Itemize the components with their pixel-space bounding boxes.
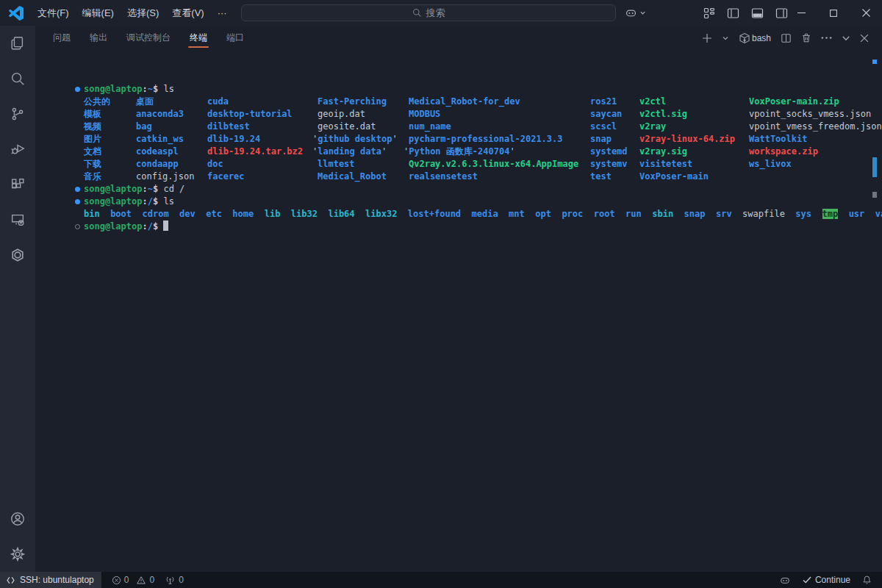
terminal-text — [280, 209, 290, 219]
file-entry: etc — [206, 209, 222, 219]
explorer-icon[interactable] — [0, 26, 35, 61]
file-entry: libx32 — [365, 209, 397, 219]
file-entry: num_name — [409, 121, 451, 133]
continue-button[interactable]: Continue — [803, 575, 850, 585]
file-entry: 公共的 — [84, 96, 110, 108]
command-center-search[interactable]: 搜索 — [241, 4, 616, 21]
file-entry: systemd — [590, 146, 628, 158]
terminal-text: geosite.dat — [318, 121, 376, 132]
panel-chevron-down-icon[interactable] — [842, 34, 850, 43]
menu-item-3[interactable]: 查看(V) — [165, 4, 210, 23]
remote-explorer-icon[interactable] — [0, 202, 35, 237]
panel-tab[interactable]: 端口 — [222, 26, 248, 49]
copilot-icon — [625, 7, 637, 19]
file-entry: dlib-19.24.tar.bz2 — [207, 146, 303, 158]
continue-label: Continue — [815, 575, 850, 585]
remote-icon — [6, 576, 15, 585]
maximize-button[interactable] — [817, 0, 850, 26]
bash-terminal-instance[interactable]: bash — [739, 32, 771, 44]
file-entry: cdrom — [143, 209, 169, 219]
ports-status[interactable]: 0 — [165, 575, 184, 585]
terminal-text — [169, 209, 179, 219]
notifications-bell-icon[interactable] — [862, 575, 872, 585]
more-actions-icon[interactable] — [821, 36, 832, 40]
file-entry: proc — [562, 209, 583, 219]
search-icon[interactable] — [0, 61, 35, 96]
remote-indicator[interactable]: SSH: ubuntulaptop — [0, 572, 101, 588]
copilot-menu[interactable] — [625, 4, 646, 21]
close-button[interactable] — [850, 0, 882, 26]
command-decoration[interactable] — [75, 224, 80, 229]
toggle-panel-icon[interactable] — [751, 7, 764, 19]
panel-tab[interactable]: 输出 — [85, 26, 112, 49]
terminal-text: saycan — [590, 109, 622, 119]
source-control-icon[interactable] — [0, 96, 35, 132]
terminal-text — [355, 209, 365, 219]
terminal-text — [461, 209, 471, 219]
file-entry: Medical_Robot — [318, 171, 387, 183]
terminal-text: systemv — [590, 159, 628, 169]
terminal-line: 视频bagdilbtestgeosite.datnum_namescsclv2r… — [84, 121, 878, 133]
terminal-content[interactable]: song@laptop:~$ ls公共的桌面cudaFast-PerchingM… — [84, 83, 878, 233]
file-entry: dilbtest — [207, 121, 250, 133]
terminal-text — [785, 209, 795, 219]
close-panel-icon[interactable] — [860, 34, 869, 43]
menu-item-0[interactable]: 文件(F) — [31, 4, 76, 23]
panel-tab[interactable]: 调试控制台 — [122, 26, 175, 49]
kill-terminal-trash-icon[interactable] — [801, 32, 811, 43]
hexagon-extension-icon[interactable] — [0, 237, 35, 273]
problems-status[interactable]: 0 0 — [112, 575, 154, 585]
terminal-line: 图片catkin_wsdlib-19.24'github desktop'pyc… — [84, 133, 878, 146]
terminal-text — [132, 209, 142, 219]
terminal-text — [615, 209, 625, 219]
minimize-button[interactable] — [785, 0, 817, 26]
file-entry: lib32 — [291, 209, 318, 219]
terminal-text: catkin_ws — [136, 134, 184, 144]
terminal-text: / — [148, 196, 153, 207]
file-entry: 音乐 — [84, 171, 101, 183]
menu-item-4[interactable]: ··· — [211, 4, 234, 21]
terminal-text: / — [148, 221, 153, 232]
file-entry: Fast-Perching — [318, 96, 387, 108]
file-entry: var — [875, 209, 882, 219]
terminal-text: v2ray-linux-64.zip — [639, 134, 735, 144]
command-decoration[interactable] — [75, 87, 80, 92]
command-decoration[interactable] — [75, 187, 80, 192]
panel-tab[interactable]: 终端 — [185, 26, 212, 49]
command-decoration[interactable] — [75, 199, 80, 204]
check-icon — [803, 576, 811, 584]
file-entry: MODBUS — [409, 108, 440, 121]
terminal-text: ls — [163, 196, 173, 207]
menu-item-2[interactable]: 选择(S) — [121, 4, 165, 23]
menu-item-1[interactable]: 编辑(E) — [76, 4, 121, 23]
toggle-primary-sidebar-icon[interactable] — [727, 7, 739, 19]
file-entry: Medical_Robot-for_dev — [409, 96, 520, 108]
file-entry: vpoint_vmess_freedom.json — [749, 121, 882, 133]
terminal-profile-dropdown-icon[interactable] — [722, 35, 729, 42]
terminal-text: 下载 — [84, 159, 101, 169]
terminal-text — [551, 209, 562, 219]
panel-tab[interactable]: 问题 — [49, 26, 75, 49]
terminal-line: 音乐config.jsonfacerecMedical_Robotrealsen… — [84, 171, 878, 183]
split-terminal-icon[interactable] — [781, 33, 792, 43]
terminal-text: song@laptop — [84, 184, 142, 194]
file-entry: 图片 — [84, 133, 101, 146]
file-entry: workspace.zip — [749, 146, 818, 158]
file-entry: cuda — [207, 96, 229, 108]
copilot-status-icon[interactable] — [779, 575, 791, 586]
file-entry: root — [594, 209, 615, 219]
terminal-text — [525, 209, 535, 219]
terminal-text: visitetest — [639, 159, 692, 169]
settings-gear-icon[interactable] — [0, 537, 35, 572]
customize-layout-icon[interactable] — [703, 7, 715, 19]
file-entry: facerec — [207, 171, 245, 183]
terminal-text: v2ray — [639, 121, 666, 132]
terminal-text: ws_livox — [749, 159, 792, 169]
terminal-text — [706, 209, 716, 219]
terminal-text: Qv2ray.v2.6.3.linux-x64.AppImage — [409, 159, 578, 169]
overview-command-mark — [872, 157, 877, 177]
new-terminal-icon[interactable] — [702, 33, 712, 43]
extensions-icon[interactable] — [0, 167, 35, 202]
account-icon[interactable] — [0, 501, 35, 537]
run-debug-icon[interactable] — [0, 132, 35, 167]
